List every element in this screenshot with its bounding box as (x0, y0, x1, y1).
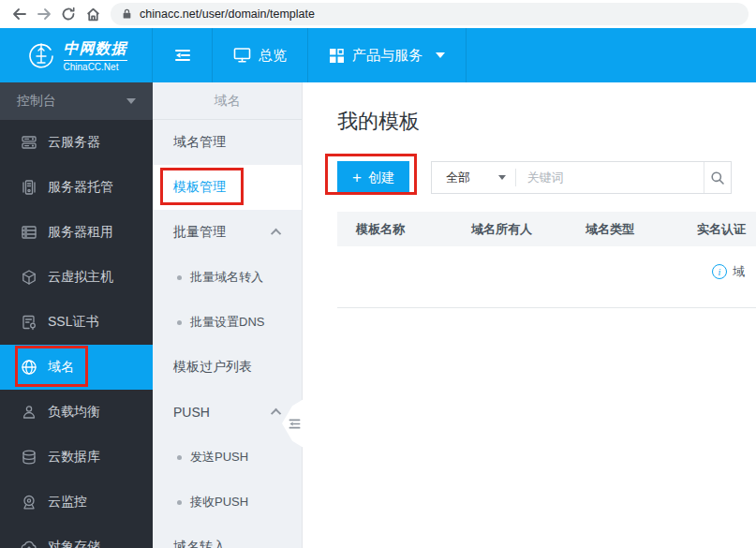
cube-icon (21, 269, 37, 286)
sidebar-item-server-rental[interactable]: 服务器租用 (0, 210, 153, 255)
column-template-name: 模板名称 (337, 221, 452, 238)
browser-toolbar: chinacc.net/user/domain/template (0, 0, 756, 28)
rental-icon (21, 224, 37, 241)
chevron-up-icon (271, 229, 281, 239)
search-bar: 全部 (431, 161, 732, 194)
info-note: i 域 (712, 263, 745, 280)
chevron-down-icon (126, 98, 136, 104)
menu-label: 发送PUSH (190, 449, 248, 466)
console-label: 控制台 (17, 93, 56, 110)
secondary-sidebar: 域名 域名管理 模板管理 批量管理 批量域名转入 批量设置DNS 模板过户列表 … (153, 82, 303, 548)
load-balancer-icon (21, 404, 37, 421)
column-domain-type: 域名类型 (567, 221, 678, 238)
nav-products-label: 产品与服务 (352, 47, 422, 65)
bullet-icon (177, 275, 182, 280)
filter-value: 全部 (446, 170, 470, 186)
sidebar-item-label: 云虚拟主机 (48, 269, 113, 286)
monitor-icon (233, 47, 251, 64)
sidebar-item-domain[interactable]: 域名 (0, 345, 153, 390)
chinacc-logo-icon (25, 39, 57, 71)
sidebar-item-label: 云监控 (48, 494, 87, 511)
logo-title: 中网数据 (64, 39, 127, 61)
menu-template-management[interactable]: 模板管理 (153, 165, 302, 210)
create-button-label: 创建 (368, 170, 394, 186)
certificate-icon (21, 314, 37, 331)
info-partial-text: 域 (733, 263, 745, 280)
chevron-down-icon (498, 175, 506, 180)
cloud-storage-icon (21, 539, 37, 548)
menu-label: 域名管理 (173, 134, 226, 151)
divider (337, 307, 756, 308)
menu-send-push[interactable]: 发送PUSH (153, 435, 302, 480)
forward-icon[interactable] (32, 2, 56, 26)
menu-domain-transfer-in[interactable]: 域名转入 (153, 525, 302, 548)
menu-push-group[interactable]: PUSH (153, 390, 302, 435)
sidebar-item-label: SSL证书 (48, 314, 98, 331)
filter-dropdown[interactable]: 全部 (432, 162, 515, 193)
bullet-icon (177, 500, 182, 505)
camera-icon (21, 494, 37, 511)
console-dropdown[interactable]: 控制台 (0, 82, 153, 120)
logo[interactable]: 中网数据 ChinaCC.Net (0, 28, 153, 82)
table-header: 模板名称 域名所有人 域名类型 实名认证 (337, 212, 756, 246)
sidebar-item-cloud-server[interactable]: 云服务器 (0, 120, 153, 165)
menu-label: 接收PUSH (190, 494, 248, 511)
search-icon (710, 170, 725, 185)
nav-products-services[interactable]: 产品与服务 (308, 28, 467, 82)
menu-label: PUSH (173, 405, 210, 420)
app-header: 中网数据 ChinaCC.Net 总览 产品与服务 (0, 28, 756, 82)
column-domain-owner: 域名所有人 (452, 221, 567, 238)
sidebar-item-cloud-monitor[interactable]: 云监控 (0, 480, 153, 525)
back-icon[interactable] (7, 2, 32, 26)
sidebar-item-server-hosting[interactable]: 服务器托管 (0, 165, 153, 210)
column-real-name-auth: 实名认证 (678, 221, 756, 238)
sidebar-item-load-balancer[interactable]: 负载均衡 (0, 390, 153, 435)
menu-label: 批量域名转入 (190, 269, 263, 286)
hosting-icon (21, 179, 37, 196)
menu-batch-domain-transfer-in[interactable]: 批量域名转入 (153, 255, 302, 300)
create-button[interactable]: + 创建 (337, 161, 409, 194)
menu-label: 模板过户列表 (173, 359, 252, 376)
menu-domain-management[interactable]: 域名管理 (153, 120, 302, 165)
keyword-input[interactable] (516, 162, 704, 193)
sidebar-item-object-storage[interactable]: 对象存储 (0, 525, 153, 548)
menu-label: 模板管理 (173, 179, 226, 196)
nav-overview[interactable]: 总览 (213, 28, 308, 82)
sidebar-item-ssl-cert[interactable]: SSL证书 (0, 300, 153, 345)
home-icon[interactable] (81, 2, 105, 26)
bullet-icon (177, 320, 182, 325)
database-icon (21, 449, 37, 466)
menu-label: 批量设置DNS (190, 314, 264, 331)
reload-icon[interactable] (56, 2, 81, 26)
sidebar-item-label: 云服务器 (48, 134, 100, 151)
menu-batch-set-dns[interactable]: 批量设置DNS (153, 300, 302, 345)
grid-icon (329, 48, 345, 64)
menu-receive-push[interactable]: 接收PUSH (153, 480, 302, 525)
collapse-sidebar-icon (289, 418, 301, 430)
plus-icon: + (352, 170, 362, 185)
sidebar-item-cloud-database[interactable]: 云数据库 (0, 435, 153, 480)
nav-overview-label: 总览 (259, 47, 287, 65)
chevron-down-icon (436, 52, 445, 58)
sidebar-item-label: 域名 (48, 359, 74, 376)
logo-subtitle: ChinaCC.Net (64, 62, 127, 72)
bullet-icon (177, 455, 182, 460)
sidebar-item-label: 对象存储 (48, 539, 100, 548)
search-button[interactable] (704, 162, 732, 193)
address-bar[interactable]: chinacc.net/user/domain/template (111, 3, 749, 25)
sidebar-item-label: 云数据库 (48, 449, 100, 466)
menu-label: 批量管理 (173, 224, 226, 241)
main-content: 我的模板 + 创建 全部 模板名称 域名所有人 域名类型 实名认证 i 域 (303, 82, 756, 548)
menu-batch-management[interactable]: 批量管理 (153, 210, 302, 255)
collapse-menu-button[interactable] (153, 28, 213, 82)
menu-template-transfer-list[interactable]: 模板过户列表 (153, 345, 302, 390)
sidebar-item-label: 服务器托管 (48, 179, 113, 196)
collapse-menu-icon (174, 48, 191, 63)
sidebar-item-virtual-host[interactable]: 云虚拟主机 (0, 255, 153, 300)
primary-sidebar: 控制台 云服务器 服务器托管 服务器租用 云虚拟主机 SSL证书 域名 负载均衡… (0, 82, 153, 548)
menu-label: 域名转入 (173, 539, 226, 548)
servers-icon (21, 134, 37, 151)
sidebar-item-label: 服务器租用 (48, 224, 113, 241)
globe-icon (21, 359, 37, 376)
chevron-up-icon (271, 408, 281, 419)
